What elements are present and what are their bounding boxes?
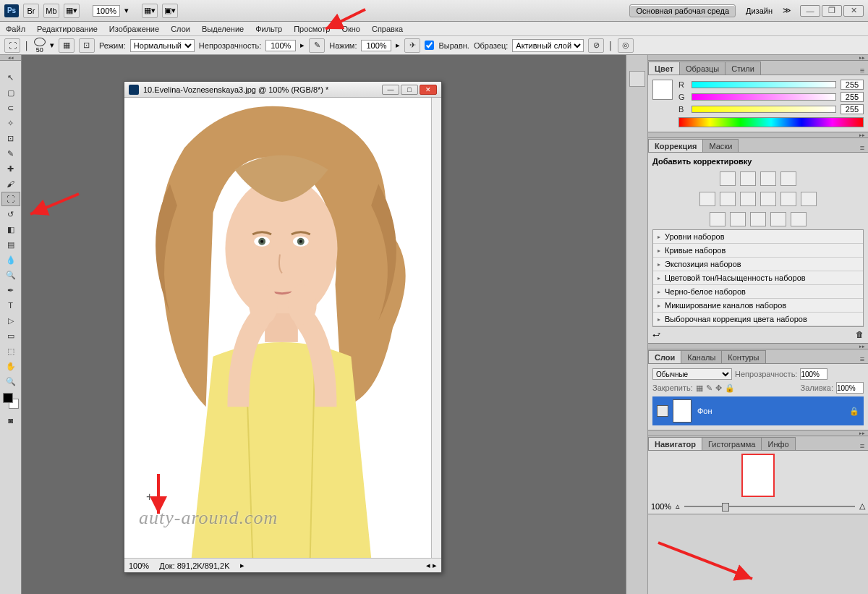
collapsed-panel-icon[interactable] bbox=[629, 71, 645, 87]
shape-tool[interactable]: ▭ bbox=[1, 328, 20, 343]
dock-collapse-handle[interactable] bbox=[648, 55, 868, 61]
nav-panel-menu-icon[interactable]: ≡ bbox=[856, 441, 868, 450]
selectivecolor-icon[interactable] bbox=[791, 212, 807, 226]
lock-transparent-icon[interactable]: ▦ bbox=[696, 383, 703, 393]
navigator-thumbnail[interactable] bbox=[741, 454, 775, 497]
tab-histogram[interactable]: Гистограмма bbox=[702, 437, 762, 450]
doc-minimize-button[interactable]: — bbox=[382, 85, 399, 95]
brush-panel-button[interactable]: ▦ bbox=[59, 38, 75, 53]
airbrush-button[interactable]: ✈ bbox=[404, 38, 420, 53]
adjust-footer-left-icon[interactable]: ⮐ bbox=[652, 330, 660, 339]
list-item[interactable]: Экспозиция наборов bbox=[653, 258, 863, 271]
invert-icon[interactable] bbox=[710, 212, 726, 226]
minibridge-button[interactable]: Mb bbox=[43, 4, 59, 18]
opacity-input[interactable] bbox=[265, 40, 296, 51]
colorbalance-icon[interactable] bbox=[740, 192, 756, 206]
hue-icon[interactable] bbox=[720, 192, 736, 206]
adjust-panel-menu-icon[interactable]: ≡ bbox=[856, 143, 868, 152]
move-tool[interactable]: ↖ bbox=[1, 70, 20, 85]
status-zoom[interactable]: 100% bbox=[129, 561, 149, 570]
menu-image[interactable]: Изображение bbox=[109, 25, 159, 33]
tab-styles[interactable]: Стили bbox=[725, 61, 761, 75]
brush-preview-icon[interactable] bbox=[34, 38, 46, 46]
gradientmap-icon[interactable] bbox=[770, 212, 786, 226]
tab-layers[interactable]: Слои bbox=[648, 350, 681, 363]
layer-visibility-icon[interactable] bbox=[657, 405, 668, 417]
menu-file[interactable]: Файл bbox=[6, 25, 25, 33]
crop-tool[interactable]: ⊡ bbox=[1, 131, 20, 145]
quickmask-tool[interactable]: ◙ bbox=[1, 413, 20, 428]
screen-mode-button[interactable]: ▣▾ bbox=[162, 4, 178, 18]
aligned-checkbox[interactable] bbox=[425, 41, 434, 50]
pen-tool[interactable]: ✒ bbox=[1, 283, 20, 297]
brush-tool[interactable]: 🖌 bbox=[1, 177, 20, 191]
lasso-tool[interactable]: ⊂ bbox=[1, 101, 20, 115]
window-close-button[interactable]: ✕ bbox=[843, 5, 864, 17]
tab-info[interactable]: Инфо bbox=[761, 437, 795, 450]
tablet-pressure-button[interactable]: ◎ bbox=[618, 38, 634, 53]
layer-thumbnail[interactable] bbox=[673, 399, 692, 423]
color-preview-swatch[interactable] bbox=[652, 80, 673, 100]
list-item[interactable]: Микширование каналов наборов bbox=[653, 299, 863, 313]
layer-row[interactable]: Фон 🔒 bbox=[652, 396, 864, 425]
dodge-tool[interactable]: 🔍 bbox=[1, 268, 20, 282]
clone-stamp-tool[interactable]: ⛶ bbox=[1, 192, 20, 206]
workspace-more-icon[interactable]: ≫ bbox=[783, 6, 791, 15]
list-item[interactable]: Уровни наборов bbox=[653, 230, 863, 244]
tab-paths[interactable]: Контуры bbox=[721, 350, 765, 363]
window-minimize-button[interactable]: — bbox=[800, 5, 820, 17]
layers-collapse-handle[interactable] bbox=[648, 344, 868, 349]
opacity-dropdown-icon[interactable]: ▸ bbox=[300, 41, 305, 50]
sample-select[interactable]: Активный слой bbox=[512, 39, 584, 52]
menu-layer[interactable]: Слои bbox=[171, 25, 190, 33]
tab-navigator[interactable]: Навигатор bbox=[648, 437, 702, 450]
list-item[interactable]: Выборочная коррекция цвета наборов bbox=[653, 313, 863, 326]
type-tool[interactable]: T bbox=[1, 298, 20, 313]
curves-icon[interactable] bbox=[760, 171, 776, 186]
b-slider[interactable] bbox=[692, 106, 836, 113]
doc-close-button[interactable]: ✕ bbox=[420, 85, 437, 95]
blend-mode-select[interactable]: Нормальный bbox=[130, 39, 195, 52]
list-item[interactable]: Цветовой тон/Насыщенность наборов bbox=[653, 271, 863, 285]
status-scroll-icon[interactable]: ◂ ▸ bbox=[426, 561, 437, 570]
zoom-dropdown-icon[interactable]: ▾ bbox=[124, 6, 129, 15]
adjustment-presets-list[interactable]: Уровни наборов Кривые наборов Экспозиция… bbox=[652, 229, 864, 327]
layer-opacity-input[interactable] bbox=[800, 368, 827, 380]
nav-collapse-handle[interactable] bbox=[648, 430, 868, 436]
view-extras-button[interactable]: ▦▾ bbox=[64, 4, 80, 18]
tab-channels[interactable]: Каналы bbox=[681, 350, 722, 363]
window-restore-button[interactable]: ❐ bbox=[822, 5, 842, 17]
threshold-icon[interactable] bbox=[750, 212, 766, 226]
brightness-icon[interactable] bbox=[720, 171, 736, 186]
menu-filter[interactable]: Фильтр bbox=[255, 25, 282, 33]
layers-panel-menu-icon[interactable]: ≡ bbox=[856, 355, 868, 363]
blur-tool[interactable]: 💧 bbox=[1, 253, 20, 267]
workspace-selector[interactable]: Основная рабочая среда bbox=[629, 4, 736, 17]
history-brush-tool[interactable]: ↺ bbox=[1, 207, 20, 221]
lock-all-icon[interactable]: 🔒 bbox=[725, 383, 735, 393]
tab-swatches[interactable]: Образцы bbox=[679, 61, 726, 75]
r-slider[interactable] bbox=[692, 81, 836, 88]
document-canvas[interactable]: auty-around.com + bbox=[124, 98, 431, 558]
nav-zoom-out-icon[interactable]: ▵ bbox=[676, 501, 680, 511]
flow-input[interactable] bbox=[361, 40, 391, 51]
photofilter-icon[interactable] bbox=[780, 192, 796, 206]
document-titlebar[interactable]: 10.Evelina-Voznesenskaya3.jpg @ 100% (RG… bbox=[124, 82, 441, 98]
opacity-pressure-button[interactable]: ✎ bbox=[309, 38, 325, 53]
tab-color[interactable]: Цвет bbox=[648, 61, 680, 75]
tab-masks[interactable]: Маски bbox=[702, 139, 739, 152]
healing-tool[interactable]: ✚ bbox=[1, 161, 20, 176]
color-panel-menu-icon[interactable]: ≡ bbox=[856, 66, 868, 75]
status-dropdown-icon[interactable]: ▸ bbox=[240, 561, 244, 570]
bridge-button[interactable]: Br bbox=[23, 4, 39, 18]
bw-icon[interactable] bbox=[760, 192, 776, 206]
ignore-adjust-button[interactable]: ⊘ bbox=[588, 38, 604, 53]
tab-adjustments[interactable]: Коррекция bbox=[648, 139, 703, 152]
current-tool-icon[interactable]: ⛶ bbox=[4, 38, 20, 53]
zoom-tool[interactable]: 🔍 bbox=[1, 374, 20, 389]
flow-dropdown-icon[interactable]: ▸ bbox=[396, 41, 400, 50]
adjust-footer-right-icon[interactable]: 🗑 bbox=[856, 330, 864, 339]
doc-maximize-button[interactable]: □ bbox=[401, 85, 418, 95]
3d-tool[interactable]: ⬚ bbox=[1, 344, 20, 358]
nav-zoom-value[interactable]: 100% bbox=[651, 502, 671, 511]
